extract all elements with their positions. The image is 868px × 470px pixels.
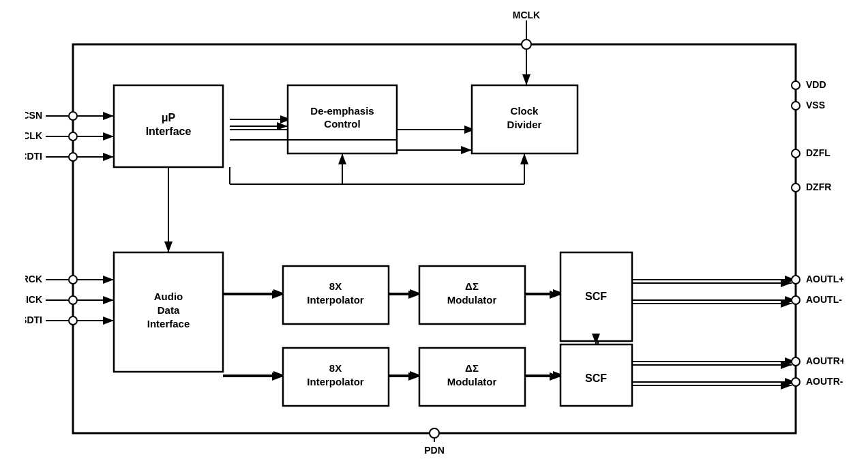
svg-rect-52 — [288, 85, 397, 153]
svg-rect-60 — [560, 344, 632, 406]
svg-text:Control: Control — [324, 118, 360, 130]
svg-text:Divider: Divider — [507, 119, 541, 130]
svg-text:Data: Data — [157, 304, 179, 316]
svg-point-35 — [792, 81, 800, 89]
svg-text:AOUTL+: AOUTL+ — [806, 274, 843, 284]
svg-rect-55 — [283, 266, 389, 324]
svg-point-45 — [69, 153, 77, 161]
connections-svg: μP Interface De-emphasis Control Clock D… — [25, 10, 843, 460]
svg-text:μP: μP — [161, 112, 175, 123]
svg-text:DZFR: DZFR — [806, 181, 831, 192]
svg-point-41 — [792, 357, 800, 366]
svg-rect-54 — [114, 252, 223, 372]
svg-text:Audio: Audio — [153, 291, 183, 302]
svg-text:DZFL: DZFL — [806, 147, 830, 158]
svg-rect-59 — [560, 252, 632, 341]
svg-rect-2 — [73, 44, 796, 433]
svg-text:SCF: SCF — [585, 372, 607, 384]
svg-text:AOUTL-: AOUTL- — [806, 294, 842, 305]
svg-text:CCLK: CCLK — [25, 130, 42, 141]
svg-text:ΔΣ: ΔΣ — [465, 362, 479, 374]
svg-text:Interface: Interface — [145, 126, 191, 137]
svg-point-43 — [69, 112, 77, 120]
svg-point-49 — [522, 40, 531, 49]
svg-rect-56 — [283, 348, 389, 406]
svg-text:BICK: BICK — [25, 294, 42, 305]
svg-text:Interface: Interface — [147, 318, 190, 329]
svg-point-37 — [792, 149, 800, 158]
svg-text:Interpolator: Interpolator — [307, 294, 363, 306]
svg-text:Interpolator: Interpolator — [307, 376, 363, 387]
svg-text:MCLK: MCLK — [512, 10, 539, 20]
svg-text:SCF: SCF — [585, 291, 607, 302]
svg-text:AOUTR+: AOUTR+ — [806, 355, 843, 366]
svg-text:Modulator: Modulator — [447, 376, 496, 387]
svg-point-38 — [792, 183, 800, 192]
svg-text:AOUTR-: AOUTR- — [806, 376, 843, 387]
svg-text:PDN: PDN — [424, 445, 445, 456]
svg-text:CSN: CSN — [25, 110, 42, 121]
svg-point-47 — [69, 296, 77, 304]
svg-text:LRCK: LRCK — [25, 274, 42, 284]
svg-text:De-emphasis: De-emphasis — [310, 105, 374, 117]
svg-text:CDTI: CDTI — [25, 151, 42, 162]
svg-text:ΔΣ: ΔΣ — [465, 280, 479, 292]
svg-point-50 — [430, 428, 439, 438]
svg-text:Modulator: Modulator — [447, 294, 496, 306]
svg-text:Clock: Clock — [510, 105, 539, 117]
svg-rect-51 — [114, 85, 223, 167]
svg-point-46 — [69, 276, 77, 284]
svg-point-39 — [792, 276, 800, 284]
svg-point-40 — [792, 296, 800, 304]
svg-point-36 — [792, 102, 800, 110]
svg-text:VSS: VSS — [806, 100, 825, 111]
block-diagram: μP Interface De-emphasis Control Clock D… — [25, 10, 843, 460]
svg-point-44 — [69, 132, 77, 141]
svg-text:VDD: VDD — [806, 79, 826, 90]
svg-rect-58 — [419, 348, 525, 406]
svg-point-48 — [69, 317, 77, 325]
svg-text:SDTI: SDTI — [25, 314, 42, 325]
svg-rect-57 — [419, 266, 525, 324]
svg-text:8X: 8X — [329, 362, 341, 374]
svg-text:8X: 8X — [329, 280, 341, 292]
svg-point-42 — [792, 378, 800, 386]
svg-rect-53 — [472, 85, 578, 153]
